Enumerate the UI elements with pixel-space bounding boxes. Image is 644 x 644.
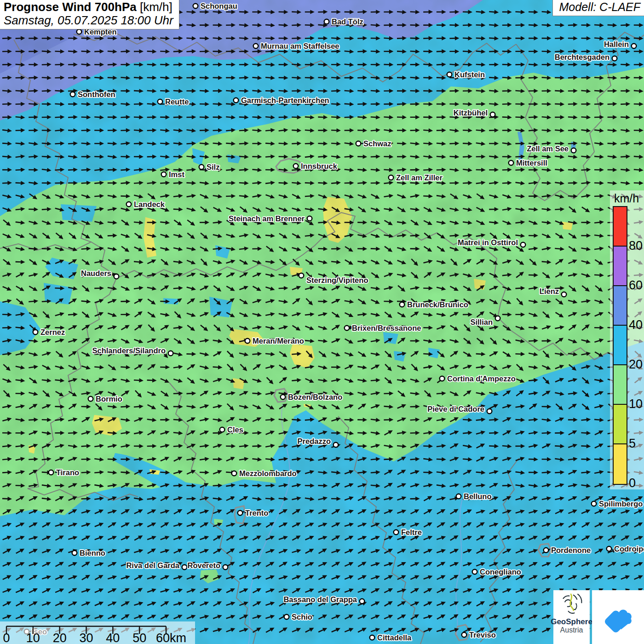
city-marker: Bozen/Bolzano xyxy=(281,393,343,401)
city-marker: Pieve di Cadore xyxy=(427,405,492,414)
city-dot-icon xyxy=(324,19,329,24)
city-marker: Matrei in Osttirol xyxy=(458,238,525,247)
scale-bar-label: 40 xyxy=(106,631,120,644)
city-label: Reutte xyxy=(165,98,189,106)
city-dot-icon xyxy=(440,376,445,381)
city-dot-icon xyxy=(114,274,119,279)
city-marker: Berchtesgaden xyxy=(555,53,617,61)
city-dot-icon xyxy=(356,141,361,146)
city-dot-icon xyxy=(544,548,549,553)
city-label: Landeck xyxy=(134,200,165,208)
legend-tick-label: 0 xyxy=(629,476,636,490)
city-label: Treviso xyxy=(469,631,496,639)
city-dot-icon xyxy=(168,351,173,356)
city-marker: Steinach am Brenner xyxy=(229,214,312,223)
legend-color-segment xyxy=(614,405,627,444)
city-label: Riva del Garda xyxy=(126,561,179,569)
city-dot-icon xyxy=(234,98,239,103)
city-label: Zernez xyxy=(40,328,65,336)
city-label: Bozen/Bolzano xyxy=(288,393,342,401)
city-dot-icon xyxy=(284,615,289,620)
city-label: Bassano del Grappa xyxy=(283,595,357,604)
city-label: Murnau am Staffelsee xyxy=(261,42,339,50)
city-label: Berchtesgaden xyxy=(555,53,610,61)
legend-color-segment xyxy=(614,326,627,365)
geosphere-logo: GeoSphere Austria xyxy=(553,590,590,644)
city-label: Brixen/Bressanone xyxy=(352,324,421,332)
scale-bar-label: 0 xyxy=(3,631,10,644)
city-dot-icon xyxy=(495,316,500,321)
brand-country: Austria xyxy=(560,626,583,634)
city-dot-icon xyxy=(182,565,187,570)
city-marker: Cortina d'Ampezzo xyxy=(440,374,516,383)
city-label: Cles xyxy=(227,426,243,434)
city-label: Belluno xyxy=(464,492,492,500)
city-marker: Pordenone xyxy=(544,546,591,554)
city-label: Schwaz xyxy=(363,139,391,148)
city-label: Garmisch-Partenkirchen xyxy=(241,96,329,104)
city-label: Conegliano xyxy=(480,568,521,576)
city-marker: Spilimbergo xyxy=(592,500,643,508)
city-dot-icon xyxy=(394,530,399,535)
legend-unit-label: km/h xyxy=(614,192,639,205)
city-dot-icon xyxy=(487,409,492,414)
legend-panel: km/h 806040201050 xyxy=(610,190,644,489)
city-marker: Riva del Garda xyxy=(126,561,187,569)
city-label: Sonthofen xyxy=(78,90,115,98)
city-dot-icon xyxy=(126,202,132,207)
city-label: Innsbruck xyxy=(301,162,338,170)
city-marker: Silz xyxy=(199,163,220,171)
scale-bar-label: 50 xyxy=(132,631,146,644)
city-dot-icon xyxy=(632,44,637,49)
model-label: Modell: C-LAEF xyxy=(552,0,644,16)
city-label: Cortina d'Ampezzo xyxy=(447,374,516,383)
city-dot-icon xyxy=(307,216,312,221)
city-dot-icon xyxy=(472,569,477,575)
scale-bar-ruler: 0102030405060km xyxy=(0,621,195,644)
city-label: Mittersill xyxy=(516,159,547,167)
scale-bar-end-label: 60km xyxy=(156,631,186,644)
city-label: Spilimbergo xyxy=(599,500,643,508)
scale-bar: 0102030405060km xyxy=(0,621,195,644)
geosphere-logo-icon xyxy=(558,592,585,616)
city-dot-icon xyxy=(223,565,228,570)
city-label: Rovereto xyxy=(187,561,220,569)
wind-map: SchongauBad TölzKemptenMurnau am Staffel… xyxy=(0,0,644,644)
city-label: Mezzolombardo xyxy=(239,469,297,477)
city-dot-icon xyxy=(232,471,237,476)
city-dot-icon xyxy=(161,172,167,177)
city-label: Trento xyxy=(245,509,268,517)
city-dot-icon xyxy=(389,175,394,180)
scale-bar-label: 20 xyxy=(53,631,67,644)
city-label: Cittadella xyxy=(377,633,412,642)
legend-tick-label: 20 xyxy=(629,357,643,371)
city-marker: Meran/Merano xyxy=(245,337,304,345)
city-dot-icon xyxy=(193,4,198,9)
city-dot-icon xyxy=(490,112,495,117)
city-label: Bienno xyxy=(80,549,105,557)
legend-color-segment xyxy=(614,286,627,326)
city-dot-icon xyxy=(607,546,612,552)
city-dot-icon xyxy=(77,29,82,34)
legend-tick-label: 10 xyxy=(629,397,643,411)
city-dot-icon xyxy=(70,92,75,97)
city-dot-icon xyxy=(462,632,467,638)
city-dot-icon xyxy=(33,330,38,335)
city-dot-icon xyxy=(571,148,576,153)
city-label: Tirano xyxy=(56,468,79,477)
city-dot-icon xyxy=(509,161,514,166)
city-marker: Mezzolombardo xyxy=(232,469,297,477)
city-marker: Bruneck/Brunico xyxy=(400,300,468,309)
city-label: Pordenone xyxy=(551,546,591,554)
page-subtitle: Samstag, 05.07.2025 18:00 Uhr xyxy=(4,14,173,27)
city-label: Matrei in Osttirol xyxy=(458,238,518,247)
title-unit: [km/h] xyxy=(137,0,172,14)
city-label: Bad Tölz xyxy=(332,17,363,26)
city-dot-icon xyxy=(49,470,54,475)
city-label: Feltre xyxy=(401,528,422,536)
app-tile xyxy=(592,590,644,644)
city-dot-icon xyxy=(238,511,243,516)
legend-color-segment xyxy=(614,207,627,247)
city-label: Bruneck/Brunico xyxy=(407,300,468,309)
city-marker: Bassano del Grappa xyxy=(283,595,364,604)
